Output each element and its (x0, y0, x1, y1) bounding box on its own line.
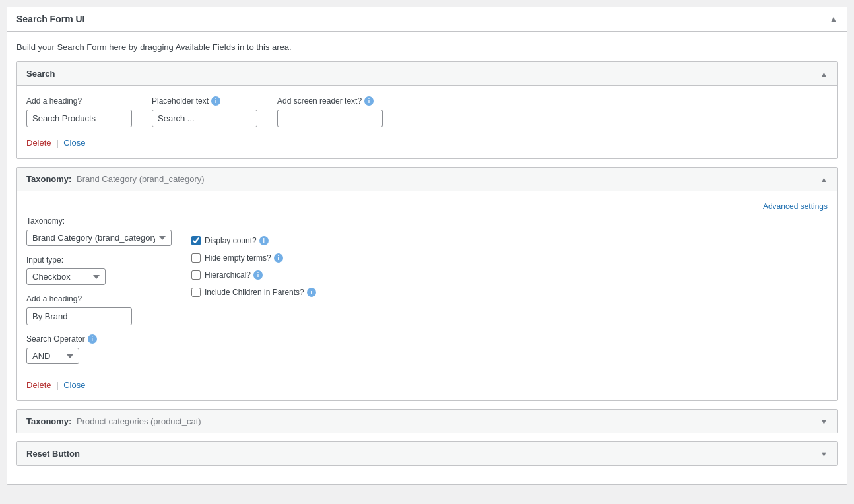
reset-button-chevron[interactable]: ▼ (820, 450, 828, 458)
taxonomy-brand-right-col: Display count? i Hide empty terms? i (191, 216, 828, 373)
hide-empty-checkbox[interactable] (191, 253, 201, 263)
taxonomy-product-header[interactable]: Taxonomy: Product categories (product_ca… (17, 410, 837, 433)
brand-heading-group: Add a heading? (26, 294, 172, 325)
heading-input[interactable] (26, 110, 132, 127)
search-section-header[interactable]: Search ▲ (17, 62, 837, 86)
include-children-info-icon[interactable]: i (307, 288, 316, 297)
reset-button-title: Reset Button (26, 449, 80, 458)
display-count-checkbox[interactable] (191, 236, 201, 245)
taxonomy-brand-body: Advanced settings Taxonomy: Brand Catego… (17, 191, 837, 400)
taxonomy-product-detail: Product categories (product_cat) (77, 416, 201, 426)
outer-panel-header[interactable]: Search Form UI ▲ (7, 7, 847, 32)
brand-heading-label: Add a heading? (26, 294, 172, 303)
advanced-settings-link[interactable]: Advanced settings (763, 202, 828, 211)
taxonomy-product-chevron[interactable]: ▼ (820, 418, 828, 425)
display-count-info-icon[interactable]: i (259, 236, 269, 245)
include-children-checkbox[interactable] (191, 288, 201, 297)
search-fields-row: Add a heading? Placeholder text i Add sc… (26, 96, 828, 127)
include-children-row: Include Children in Parents? i (191, 288, 828, 297)
search-link-row: Delete | Close (26, 138, 828, 148)
screen-reader-input[interactable] (277, 110, 383, 127)
input-type-select[interactable]: Checkbox Radio Select (26, 268, 106, 285)
heading-field-group: Add a heading? (26, 96, 132, 127)
placeholder-input[interactable] (152, 110, 257, 127)
taxonomy-brand-link-row: Delete | Close (26, 380, 828, 390)
operator-info-icon[interactable]: i (88, 334, 97, 344)
taxonomy-brand-title: Taxonomy: Brand Category (brand_category… (26, 174, 205, 184)
hierarchical-label: Hierarchical? i (205, 270, 263, 280)
screen-reader-field-group: Add screen reader text? i (277, 96, 383, 127)
hide-empty-info-icon[interactable]: i (274, 253, 283, 263)
placeholder-info-icon[interactable]: i (211, 96, 220, 106)
brand-heading-input[interactable] (26, 307, 132, 325)
taxonomy-brand-header[interactable]: Taxonomy: Brand Category (brand_category… (17, 168, 837, 191)
reset-button-section: Reset Button ▼ (16, 441, 838, 466)
search-close-link[interactable]: Close (63, 138, 85, 148)
taxonomy-brand-chevron[interactable]: ▲ (820, 175, 828, 183)
heading-label: Add a heading? (26, 96, 132, 106)
taxonomy-select-group: Taxonomy: Brand Category (brand_category… (26, 216, 172, 246)
taxonomy-product-section: Taxonomy: Product categories (product_ca… (16, 409, 838, 433)
taxonomy-brand-section: Taxonomy: Brand Category (brand_category… (16, 167, 838, 401)
operator-select[interactable]: AND OR (26, 348, 79, 364)
advanced-settings-row: Advanced settings (26, 202, 828, 211)
screen-reader-label: Add screen reader text? i (277, 96, 383, 106)
taxonomy-select-label: Taxonomy: (26, 216, 172, 226)
taxonomy-brand-two-col: Taxonomy: Brand Category (brand_category… (26, 216, 828, 373)
operator-label: Search Operator i (26, 334, 172, 344)
input-type-label: Input type: (26, 255, 172, 265)
search-section: Search ▲ Add a heading? Placeholder text… (16, 61, 838, 159)
search-delete-link[interactable]: Delete (26, 138, 51, 148)
search-section-title: Search (26, 69, 55, 79)
hierarchical-checkbox[interactable] (191, 270, 201, 280)
hide-empty-label: Hide empty terms? i (205, 253, 283, 263)
display-count-row: Display count? i (191, 236, 828, 245)
display-count-label: Display count? i (205, 236, 269, 245)
taxonomy-brand-delete-link[interactable]: Delete (26, 380, 51, 390)
outer-panel-body: Build your Search Form here by dragging … (7, 32, 847, 484)
input-type-group: Input type: Checkbox Radio Select (26, 255, 172, 285)
search-link-sep: | (56, 138, 58, 148)
taxonomy-brand-link-sep: | (56, 380, 58, 390)
taxonomy-brand-left-col: Taxonomy: Brand Category (brand_category… (26, 216, 172, 373)
taxonomy-product-title: Taxonomy: Product categories (product_ca… (26, 416, 201, 426)
taxonomy-select[interactable]: Brand Category (brand_category) Product … (26, 230, 172, 246)
screen-reader-info-icon[interactable]: i (364, 96, 374, 106)
hierarchical-row: Hierarchical? i (191, 270, 828, 280)
reset-button-header[interactable]: Reset Button ▼ (17, 442, 837, 465)
hierarchical-info-icon[interactable]: i (253, 270, 263, 280)
placeholder-label: Placeholder text i (152, 96, 257, 106)
description-text: Build your Search Form here by dragging … (16, 42, 838, 52)
placeholder-field-group: Placeholder text i (152, 96, 257, 127)
hide-empty-row: Hide empty terms? i (191, 253, 828, 263)
outer-panel-chevron[interactable]: ▲ (830, 15, 838, 24)
include-children-label: Include Children in Parents? i (205, 288, 316, 297)
taxonomy-brand-detail: Brand Category (brand_category) (77, 174, 205, 184)
search-section-body: Add a heading? Placeholder text i Add sc… (17, 86, 837, 158)
search-form-ui-panel: Search Form UI ▲ Build your Search Form … (7, 7, 847, 485)
operator-group: Search Operator i AND OR (26, 334, 172, 364)
search-section-chevron[interactable]: ▲ (820, 70, 828, 78)
outer-panel-title: Search Form UI (16, 14, 84, 24)
taxonomy-brand-close-link[interactable]: Close (63, 380, 85, 390)
